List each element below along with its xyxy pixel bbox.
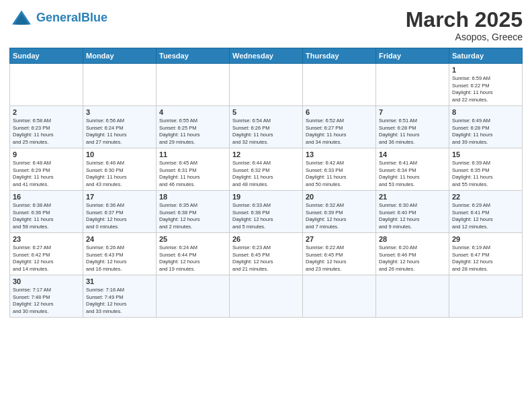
calendar-week-3: 9Sunrise: 6:48 AM Sunset: 6:29 PM Daylig… — [10, 148, 523, 191]
weekday-header-wednesday: Wednesday — [230, 48, 303, 64]
logo: GeneralBlue — [9, 8, 107, 27]
calendar-cell — [449, 275, 523, 318]
day-number: 12 — [232, 150, 300, 158]
day-number: 15 — [452, 150, 519, 158]
day-info: Sunrise: 6:32 AM Sunset: 6:39 PM Dayligh… — [306, 202, 373, 230]
day-info: Sunrise: 6:54 AM Sunset: 6:26 PM Dayligh… — [232, 118, 300, 146]
day-info: Sunrise: 6:33 AM Sunset: 6:38 PM Dayligh… — [232, 202, 300, 230]
day-number: 3 — [86, 108, 153, 116]
calendar-cell — [157, 64, 230, 106]
day-number: 7 — [379, 108, 446, 116]
logo-general: General — [36, 11, 81, 24]
calendar-cell — [376, 275, 449, 318]
page: GeneralBlue March 2025 Asopos, Greece Su… — [0, 0, 532, 411]
day-number: 31 — [86, 277, 153, 285]
day-number: 11 — [159, 150, 226, 158]
day-info: Sunrise: 6:19 AM Sunset: 6:47 PM Dayligh… — [452, 244, 519, 273]
calendar-cell — [376, 64, 449, 106]
calendar-week-6: 30Sunrise: 7:17 AM Sunset: 7:48 PM Dayli… — [10, 275, 523, 318]
calendar-cell: 4Sunrise: 6:55 AM Sunset: 6:25 PM Daylig… — [157, 106, 230, 148]
day-number: 19 — [232, 193, 300, 201]
calendar-cell: 27Sunrise: 6:22 AM Sunset: 6:45 PM Dayli… — [303, 233, 376, 275]
weekday-header-tuesday: Tuesday — [157, 48, 230, 64]
calendar-cell: 5Sunrise: 6:54 AM Sunset: 6:26 PM Daylig… — [230, 106, 303, 148]
day-number: 20 — [306, 193, 373, 201]
day-info: Sunrise: 6:42 AM Sunset: 6:33 PM Dayligh… — [306, 160, 373, 188]
calendar-week-1: 1Sunrise: 6:59 AM Sunset: 6:22 PM Daylig… — [10, 64, 523, 106]
day-info: Sunrise: 6:36 AM Sunset: 6:37 PM Dayligh… — [86, 202, 153, 230]
day-number: 23 — [13, 235, 80, 243]
day-info: Sunrise: 6:48 AM Sunset: 6:29 PM Dayligh… — [13, 160, 80, 188]
calendar-cell — [230, 64, 303, 106]
day-number: 22 — [452, 193, 519, 201]
day-number: 24 — [86, 235, 153, 243]
calendar-cell: 12Sunrise: 6:44 AM Sunset: 6:32 PM Dayli… — [230, 148, 303, 191]
calendar-cell: 23Sunrise: 6:27 AM Sunset: 6:42 PM Dayli… — [10, 233, 83, 275]
header: GeneralBlue March 2025 Asopos, Greece — [9, 8, 523, 42]
day-number: 6 — [306, 108, 373, 116]
day-number: 30 — [13, 277, 80, 285]
day-number: 29 — [452, 235, 519, 243]
day-number: 26 — [232, 235, 300, 243]
day-number: 9 — [13, 150, 80, 158]
day-number: 25 — [159, 235, 226, 243]
calendar-cell — [303, 64, 376, 106]
svg-rect-2 — [18, 19, 26, 25]
day-info: Sunrise: 6:23 AM Sunset: 6:45 PM Dayligh… — [232, 244, 300, 273]
calendar-header-row: SundayMondayTuesdayWednesdayThursdayFrid… — [10, 48, 523, 64]
calendar-cell: 9Sunrise: 6:48 AM Sunset: 6:29 PM Daylig… — [10, 148, 83, 191]
day-info: Sunrise: 6:24 AM Sunset: 6:44 PM Dayligh… — [159, 244, 226, 273]
calendar-cell: 15Sunrise: 6:39 AM Sunset: 6:35 PM Dayli… — [449, 148, 523, 191]
calendar-cell — [10, 64, 83, 106]
day-info: Sunrise: 6:26 AM Sunset: 6:43 PM Dayligh… — [86, 244, 153, 273]
calendar-cell: 30Sunrise: 7:17 AM Sunset: 7:48 PM Dayli… — [10, 275, 83, 318]
calendar-cell: 13Sunrise: 6:42 AM Sunset: 6:33 PM Dayli… — [303, 148, 376, 191]
day-number: 1 — [452, 66, 519, 74]
day-info: Sunrise: 6:44 AM Sunset: 6:32 PM Dayligh… — [232, 160, 300, 188]
calendar-cell: 7Sunrise: 6:51 AM Sunset: 6:28 PM Daylig… — [376, 106, 449, 148]
calendar-cell: 17Sunrise: 6:36 AM Sunset: 6:37 PM Dayli… — [83, 191, 157, 233]
weekday-header-saturday: Saturday — [449, 48, 523, 64]
day-info: Sunrise: 6:38 AM Sunset: 6:36 PM Dayligh… — [13, 202, 80, 230]
day-number: 2 — [13, 108, 80, 116]
day-number: 16 — [13, 193, 80, 201]
calendar-cell — [303, 275, 376, 318]
day-info: Sunrise: 6:59 AM Sunset: 6:22 PM Dayligh… — [452, 75, 519, 103]
day-number: 8 — [452, 108, 519, 116]
calendar-cell: 3Sunrise: 6:56 AM Sunset: 6:24 PM Daylig… — [83, 106, 157, 148]
weekday-header-sunday: Sunday — [10, 48, 83, 64]
day-info: Sunrise: 6:55 AM Sunset: 6:25 PM Dayligh… — [159, 118, 226, 146]
day-info: Sunrise: 6:49 AM Sunset: 6:28 PM Dayligh… — [452, 118, 519, 146]
day-number: 18 — [159, 193, 226, 201]
day-info: Sunrise: 6:35 AM Sunset: 6:38 PM Dayligh… — [159, 202, 226, 230]
day-number: 27 — [306, 235, 373, 243]
calendar-week-2: 2Sunrise: 6:58 AM Sunset: 6:23 PM Daylig… — [10, 106, 523, 148]
calendar-cell: 11Sunrise: 6:45 AM Sunset: 6:31 PM Dayli… — [157, 148, 230, 191]
day-info: Sunrise: 6:56 AM Sunset: 6:24 PM Dayligh… — [86, 118, 153, 146]
day-number: 10 — [86, 150, 153, 158]
calendar-cell: 29Sunrise: 6:19 AM Sunset: 6:47 PM Dayli… — [449, 233, 523, 275]
day-info: Sunrise: 6:39 AM Sunset: 6:35 PM Dayligh… — [452, 160, 519, 188]
day-info: Sunrise: 6:51 AM Sunset: 6:28 PM Dayligh… — [379, 118, 446, 146]
day-info: Sunrise: 6:41 AM Sunset: 6:34 PM Dayligh… — [379, 160, 446, 188]
calendar-cell: 1Sunrise: 6:59 AM Sunset: 6:22 PM Daylig… — [449, 64, 523, 106]
day-number: 17 — [86, 193, 153, 201]
page-subtitle: Asopos, Greece — [406, 32, 523, 42]
logo-blue: Blue — [81, 11, 107, 24]
weekday-header-monday: Monday — [83, 48, 157, 64]
day-info: Sunrise: 6:22 AM Sunset: 6:45 PM Dayligh… — [306, 244, 373, 273]
day-info: Sunrise: 6:29 AM Sunset: 6:41 PM Dayligh… — [452, 202, 519, 230]
day-info: Sunrise: 6:30 AM Sunset: 6:40 PM Dayligh… — [379, 202, 446, 230]
calendar-cell: 2Sunrise: 6:58 AM Sunset: 6:23 PM Daylig… — [10, 106, 83, 148]
day-number: 5 — [232, 108, 300, 116]
day-info: Sunrise: 6:46 AM Sunset: 6:30 PM Dayligh… — [86, 160, 153, 188]
calendar-cell: 31Sunrise: 7:16 AM Sunset: 7:49 PM Dayli… — [83, 275, 157, 318]
logo-icon — [9, 8, 34, 27]
calendar-cell — [83, 64, 157, 106]
calendar-week-4: 16Sunrise: 6:38 AM Sunset: 6:36 PM Dayli… — [10, 191, 523, 233]
day-number: 13 — [306, 150, 373, 158]
day-info: Sunrise: 6:20 AM Sunset: 6:46 PM Dayligh… — [379, 244, 446, 273]
calendar-table: SundayMondayTuesdayWednesdayThursdayFrid… — [9, 48, 523, 318]
day-number: 4 — [159, 108, 226, 116]
calendar-cell — [230, 275, 303, 318]
